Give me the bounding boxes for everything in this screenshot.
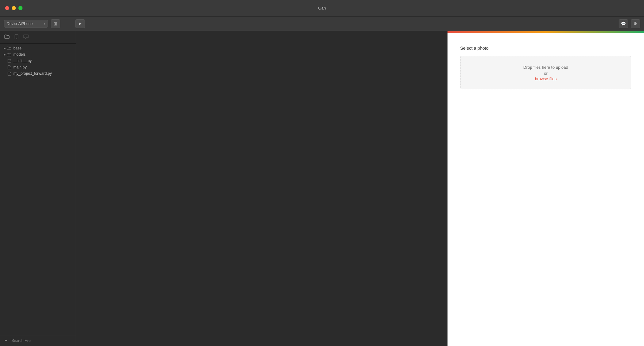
tab-device[interactable] [14,34,19,41]
device-selector[interactable]: DeviceAiPhone ▾ [4,20,48,28]
triangle-icon: ▶ [4,53,6,56]
triangle-icon: ▶ [4,47,6,50]
minimize-button[interactable] [12,6,16,10]
editor-area [76,31,448,346]
search-input[interactable] [11,338,73,343]
sidebar-tabs [0,31,76,44]
sidebar: ▶ base ▶ models __init__.py [0,31,76,346]
file-icon [8,72,11,76]
browse-files-link[interactable]: browse files [535,76,557,81]
list-item[interactable]: my_project_forward.py [0,70,76,77]
chevron-down-icon: ▾ [44,22,45,25]
folder-label: base [13,46,22,50]
play-button[interactable]: ▶ [75,19,85,28]
add-file-button[interactable]: + [3,337,10,344]
folder-label: models [13,52,26,57]
file-label: main.py [13,65,27,69]
comment-button[interactable]: 💬 [619,19,628,28]
close-button[interactable] [5,6,9,10]
app-title: Gan [318,6,326,10]
settings-icon: ⚙ [634,21,637,26]
tab-files[interactable] [4,34,10,41]
grid-view-button[interactable]: ⊞ [51,19,60,28]
list-item[interactable]: main.py [0,64,76,70]
file-icon [8,65,11,69]
plus-icon: + [4,338,7,343]
main-layout: ▶ base ▶ models __init__.py [0,31,644,346]
drop-files-text: Drop files here to upload [467,64,625,71]
toolbar-right: 💬 ⚙ [619,19,640,28]
select-photo-label: Select a photo [460,46,631,51]
right-panel: Select a photo Drop files here to upload… [448,31,644,346]
right-panel-content: Select a photo Drop files here to upload… [448,33,644,102]
tab-chat[interactable] [23,34,29,41]
device-label: DeviceAiPhone [7,22,33,26]
list-item[interactable]: ▶ base [0,45,76,51]
grid-icon: ⊞ [54,21,57,26]
folder-icon [7,53,11,56]
chat-icon [23,35,29,39]
toolbar: DeviceAiPhone ▾ ⊞ ▶ 💬 ⚙ [0,16,644,31]
list-item[interactable]: __init__.py [0,58,76,64]
upload-dropzone[interactable]: Drop files here to upload or browse file… [460,56,631,89]
folder-icon [4,35,10,39]
sidebar-file-list: ▶ base ▶ models __init__.py [0,44,76,335]
list-item[interactable]: ▶ models [0,51,76,58]
folder-icon [7,47,11,50]
sidebar-bottom: + [0,335,76,346]
or-text: or [467,71,625,76]
play-icon: ▶ [79,22,81,26]
file-label: my_project_forward.py [13,71,52,76]
titlebar: Gan [0,0,644,16]
file-icon [8,59,11,63]
file-label: __init__.py [13,59,32,63]
comment-icon: 💬 [621,21,626,26]
maximize-button[interactable] [18,6,23,10]
svg-point-1 [16,38,17,39]
settings-button[interactable]: ⚙ [631,19,640,28]
phone-icon [15,34,18,39]
window-controls [5,6,23,10]
